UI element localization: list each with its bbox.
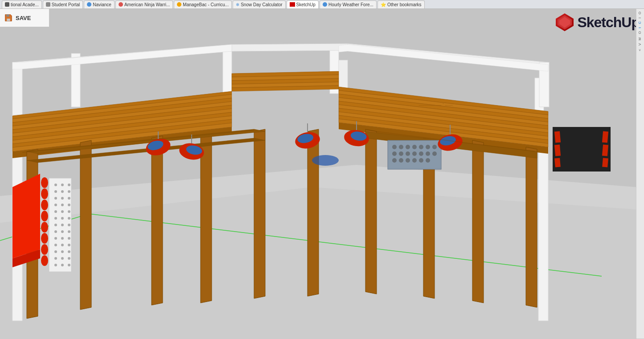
svg-point-92 [54,217,57,220]
panel-item-m[interactable]: M [637,37,643,41]
svg-point-75 [41,255,48,266]
svg-point-133 [412,145,417,149]
svg-rect-155 [554,145,561,156]
svg-point-89 [54,210,57,213]
sketchup-logo: SketchUp [555,12,640,32]
svg-point-82 [68,190,70,193]
svg-point-96 [61,224,64,226]
svg-point-72 [41,222,48,233]
svg-point-81 [61,190,64,193]
svg-point-134 [419,145,423,149]
svg-point-98 [54,230,57,233]
svg-point-88 [68,204,70,206]
tab-snow[interactable]: ❄ Snow Day Calculator [233,0,285,8]
svg-marker-61 [472,140,484,303]
svg-point-136 [432,145,437,149]
svg-point-148 [419,158,423,163]
panel-item-t[interactable]: t [637,26,643,29]
tab-hourly[interactable]: Hourly Weather Fore... [320,0,377,8]
svg-point-107 [54,250,57,253]
tab-student[interactable]: Student Portal [43,0,83,8]
3d-scene: _________ - ___ [0,9,636,339]
sketchup-logo-icon [555,12,574,32]
panel-item-i[interactable]: I [637,16,643,19]
svg-point-139 [406,151,410,156]
svg-point-91 [68,210,70,213]
logo-text: SketchUp [577,14,640,31]
svg-text:_________ - ___: _________ - ___ [418,101,453,106]
svg-rect-158 [602,145,608,156]
tab-american[interactable]: American Ninja Warri... [115,0,173,8]
tab-naviance[interactable]: Naviance [84,0,115,8]
panel-item-arrow[interactable]: < [637,48,643,52]
svg-marker-55 [152,136,163,305]
svg-point-135 [426,145,430,149]
svg-point-130 [392,145,397,149]
svg-point-78 [61,184,64,186]
svg-point-141 [419,151,423,156]
panel-item-v[interactable]: V [637,42,643,46]
svg-point-131 [399,145,403,149]
svg-point-83 [54,197,57,200]
svg-point-70 [41,200,48,210]
svg-point-104 [54,244,57,246]
svg-point-143 [432,151,437,156]
svg-point-114 [61,264,64,266]
svg-marker-66 [12,174,40,258]
svg-point-128 [312,155,339,166]
svg-marker-18 [232,44,348,51]
svg-point-146 [406,158,410,163]
svg-point-149 [426,158,430,163]
svg-point-80 [54,190,57,193]
svg-point-73 [41,233,48,244]
svg-point-144 [392,158,397,163]
svg-point-142 [426,151,430,156]
svg-point-69 [41,188,48,199]
panel-item-o2[interactable]: O [637,30,643,35]
svg-point-84 [61,197,64,200]
tab-academy[interactable]: tional Acade... [2,0,42,8]
tab-bookmarks[interactable]: ⭐ Other bookmarks [377,0,425,8]
viewport[interactable]: _________ - ___ [0,9,636,339]
svg-point-101 [54,237,57,240]
svg-marker-59 [365,129,377,294]
svg-point-105 [61,244,64,246]
svg-point-99 [61,230,64,233]
panel-item-o1[interactable]: O [637,11,643,15]
svg-rect-1 [6,15,9,17]
svg-point-132 [406,145,410,149]
svg-point-108 [61,250,64,253]
svg-point-147 [412,158,417,163]
svg-rect-0 [7,19,10,21]
svg-point-68 [41,177,48,188]
svg-point-74 [41,244,48,255]
svg-marker-56 [201,134,212,303]
svg-point-90 [61,210,64,213]
svg-point-112 [68,257,70,260]
svg-rect-154 [554,131,561,143]
svg-point-93 [61,217,64,220]
svg-point-85 [68,197,70,200]
svg-point-137 [392,151,397,156]
save-icon [4,13,13,23]
svg-point-86 [54,204,57,206]
svg-point-102 [61,237,64,240]
svg-point-110 [54,257,57,260]
save-label: SAVE [16,15,31,21]
svg-marker-54 [80,140,91,310]
svg-point-100 [68,230,70,233]
svg-point-140 [412,151,417,156]
svg-rect-13 [223,49,232,98]
svg-point-79 [68,184,70,186]
tab-sketchup[interactable]: SketchUp [287,0,319,8]
svg-marker-58 [308,129,319,296]
tab-managebac[interactable]: ManageBac - Curricu... [174,0,232,8]
svg-point-95 [54,224,57,226]
svg-point-111 [61,257,64,260]
svg-marker-62 [526,147,537,307]
save-button[interactable]: SAVE [4,13,31,23]
svg-point-97 [68,224,70,226]
panel-item-c[interactable]: C [637,20,643,25]
svg-point-138 [399,151,403,156]
svg-point-106 [68,244,70,246]
